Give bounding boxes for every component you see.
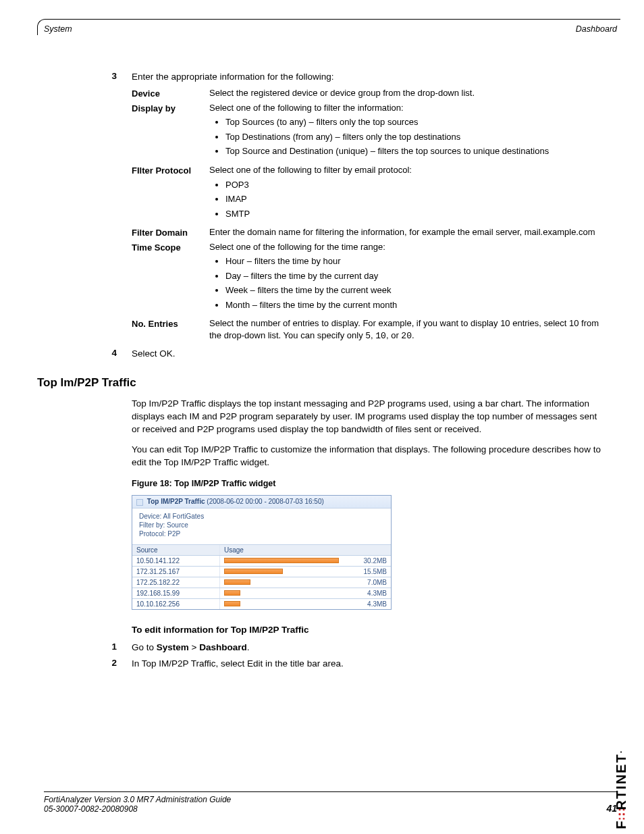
- meta-line: Device: All FortiGates: [139, 513, 384, 520]
- widget-header-row: Source Usage: [132, 544, 391, 555]
- step-text-pre: Go to: [132, 642, 157, 652]
- bullet-list: Hour – filters the time by hour Day – fi…: [209, 255, 607, 311]
- usage-value: 7.0MB: [367, 579, 387, 586]
- def-time-scope: Time Scope Select one of the following f…: [132, 241, 607, 315]
- cell-source: 10.50.141.122: [132, 556, 220, 566]
- table-row: 172.31.25.16715.5MB: [132, 566, 391, 577]
- proc-step-1: 1 Go to System > Dashboard.: [105, 642, 607, 654]
- step-text-post: .: [247, 642, 250, 652]
- step-text: Select OK.: [132, 348, 607, 360]
- list-item: Week – filters the time by the current w…: [225, 284, 607, 296]
- widget-title-range: (2008-06-02 00:00 - 2008-07-03 16:50): [205, 498, 324, 505]
- usage-value: 30.2MB: [364, 557, 387, 565]
- meta-line: Protocol: P2P: [139, 530, 384, 538]
- def-intro: Select one of the following for the time…: [209, 242, 385, 252]
- step-text: In Top IM/P2P Traffic, select Edit in th…: [132, 658, 607, 670]
- breadcrumb-sep: >: [189, 642, 199, 652]
- header-left: System: [44, 24, 72, 34]
- widget-top-im-p2p: Top IM/P2P Traffic (2008-06-02 00:00 - 2…: [132, 495, 392, 609]
- breadcrumb-bold: System: [157, 642, 189, 652]
- widget-meta: Device: All FortiGates Filter by: Source…: [132, 509, 391, 544]
- def-body: Enter the domain name for filtering the …: [209, 226, 607, 238]
- def-body: Select one of the following to filter th…: [209, 102, 607, 161]
- bullet-list: Top Sources (to any) – filters only the …: [209, 116, 607, 157]
- def-intro: Select one of the following to filter th…: [209, 103, 404, 113]
- running-header: System Dashboard: [44, 24, 617, 34]
- def-label: Filter Domain: [132, 226, 209, 238]
- table-row: 172.25.182.227.0MB: [132, 577, 391, 588]
- list-item: IMAP: [225, 193, 607, 205]
- list-item: Top Sources (to any) – filters only the …: [225, 116, 607, 128]
- def-label: Display by: [132, 102, 209, 161]
- edit-icon: [136, 499, 143, 506]
- header-right: Dashboard: [576, 24, 617, 34]
- usage-bar: [224, 590, 240, 596]
- list-item: Top Destinations (from any) – filters on…: [225, 131, 607, 143]
- usage-value: 4.3MB: [367, 590, 387, 597]
- list-item: POP3: [225, 179, 607, 191]
- mono-val: 10: [375, 331, 386, 341]
- col-source: Source: [132, 545, 220, 555]
- col-usage: Usage: [220, 545, 391, 555]
- cell-usage: 30.2MB: [220, 556, 391, 566]
- def-label: Time Scope: [132, 241, 209, 315]
- procedure-title: To edit information for Top IM/P2P Traff…: [132, 625, 607, 635]
- cell-usage: 4.3MB: [220, 588, 391, 598]
- usage-value: 15.5MB: [364, 568, 387, 575]
- logo-dots-icon: ∷∷: [619, 810, 624, 820]
- meta-line: Filter by: Source: [139, 521, 384, 529]
- usage-bar: [224, 558, 339, 563]
- usage-bar: [224, 601, 240, 606]
- main-content: 3 Enter the appropriate information for …: [105, 71, 607, 670]
- definition-list: Device Select the registered device or d…: [132, 87, 607, 342]
- widget-title-bar: Top IM/P2P Traffic (2008-06-02 00:00 - 2…: [132, 496, 391, 508]
- cell-usage: 7.0MB: [220, 577, 391, 588]
- widget-title-text: Top IM/P2P Traffic: [147, 498, 205, 505]
- section-heading: Top Im/P2P Traffic: [37, 376, 607, 390]
- def-no-entries: No. Entries Select the number of entries…: [132, 317, 607, 342]
- page-footer: FortiAnalyzer Version 3.0 MR7 Administra…: [44, 791, 617, 814]
- list-item: Top Source and Destination (unique) – fi…: [225, 145, 607, 157]
- list-item: SMTP: [225, 208, 607, 220]
- step-text: Enter the appropriate information for th…: [132, 71, 607, 83]
- list-item: Hour – filters the time by hour: [225, 255, 607, 267]
- step-number: 3: [105, 71, 132, 83]
- footer-line-1: FortiAnalyzer Version 3.0 MR7 Administra…: [44, 795, 617, 804]
- mono-val: 20: [401, 331, 412, 341]
- cell-usage: 4.3MB: [220, 599, 391, 609]
- usage-bar: [224, 579, 250, 585]
- def-body: Select the number of entries to display.…: [209, 317, 607, 342]
- step-number: 4: [105, 348, 132, 360]
- fortinet-logo: F∷∷RTINET.: [614, 750, 629, 829]
- footer-line-2: 05-30007-0082-20080908: [44, 804, 617, 814]
- table-row: 192.168.15.994.3MB: [132, 588, 391, 598]
- def-device: Device Select the registered device or d…: [132, 87, 607, 99]
- proc-step-2: 2 In Top IM/P2P Traffic, select Edit in …: [105, 658, 607, 670]
- breadcrumb-bold: Dashboard: [199, 642, 247, 652]
- cell-usage: 15.5MB: [220, 567, 391, 577]
- table-row: 10.10.162.2564.3MB: [132, 598, 391, 609]
- usage-bar: [224, 569, 283, 574]
- widget-body: 10.50.141.12230.2MB172.31.25.16715.5MB17…: [132, 555, 391, 609]
- def-filter-domain: Filter Domain Enter the domain name for …: [132, 226, 607, 238]
- def-label: FIlter Protocol: [132, 164, 209, 224]
- def-label: Device: [132, 87, 209, 99]
- table-row: 10.50.141.12230.2MB: [132, 555, 391, 566]
- usage-value: 4.3MB: [367, 600, 387, 608]
- def-body: Select the registered device or device g…: [209, 87, 607, 99]
- cell-source: 172.25.182.22: [132, 577, 220, 588]
- step-number: 2: [105, 658, 132, 670]
- bullet-list: POP3 IMAP SMTP: [209, 179, 607, 220]
- body-paragraph: Top Im/P2P Traffic displays the top inst…: [132, 398, 607, 436]
- list-item: Day – filters the time by the current da…: [225, 270, 607, 282]
- cell-source: 192.168.15.99: [132, 588, 220, 598]
- def-intro: Select one of the following to filter by…: [209, 165, 412, 175]
- body-paragraph: You can edit Top IM/P2P Traffic to custo…: [132, 444, 607, 469]
- def-body: Select one of the following for the time…: [209, 241, 607, 315]
- mono-val: 5: [365, 331, 371, 341]
- step-number: 1: [105, 642, 132, 654]
- def-label: No. Entries: [132, 317, 209, 342]
- cell-source: 172.31.25.167: [132, 567, 220, 577]
- page-number: 41: [606, 803, 617, 814]
- step-text: Go to System > Dashboard.: [132, 642, 607, 654]
